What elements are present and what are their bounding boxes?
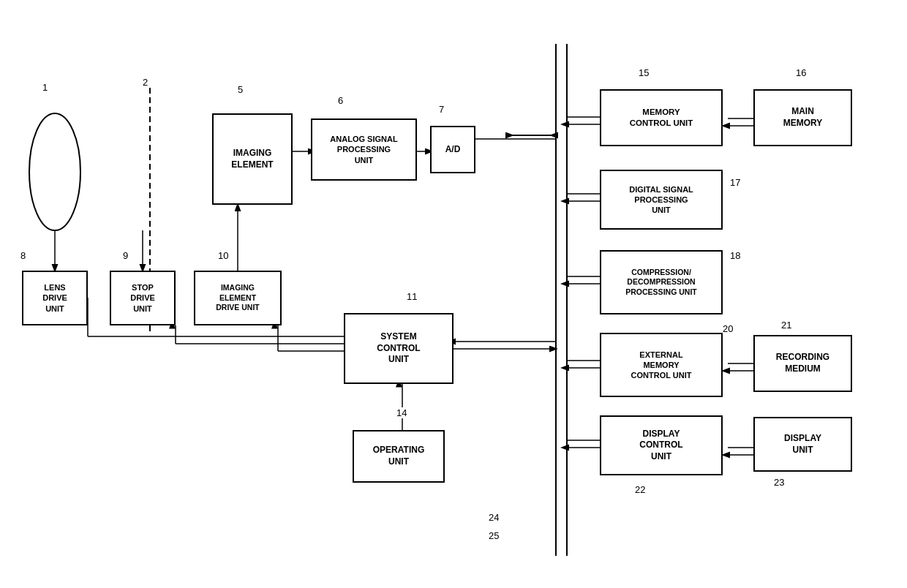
number-7: 7 bbox=[439, 104, 444, 115]
number-2: 2 bbox=[143, 77, 148, 88]
number-11: 11 bbox=[407, 291, 417, 302]
number-24: 24 bbox=[489, 512, 499, 523]
number-23: 23 bbox=[774, 477, 784, 488]
system-control-unit: SYSTEMCONTROLUNIT bbox=[344, 313, 454, 384]
compression-decompression: COMPRESSION/DECOMPRESSIONPROCESSING UNIT bbox=[600, 250, 723, 314]
recording-medium: RECORDINGMEDIUM bbox=[753, 335, 852, 392]
number-21: 21 bbox=[781, 320, 791, 331]
number-9: 9 bbox=[123, 250, 128, 261]
number-20: 20 bbox=[723, 323, 733, 334]
number-10: 10 bbox=[218, 250, 228, 261]
diagram: 1 2 5 6 7 8 9 10 11 14 15 16 17 18 20 21… bbox=[0, 0, 907, 588]
number-18: 18 bbox=[730, 250, 740, 261]
svg-point-0 bbox=[29, 113, 80, 230]
number-14: 14 bbox=[396, 407, 407, 418]
memory-control-unit: MEMORYCONTROL UNIT bbox=[600, 89, 723, 146]
main-memory: MAINMEMORY bbox=[753, 89, 852, 146]
external-memory-control-unit: EXTERNALMEMORYCONTROL UNIT bbox=[600, 333, 723, 397]
operating-unit: OPERATINGUNIT bbox=[353, 430, 445, 483]
number-6: 6 bbox=[338, 95, 343, 106]
analog-signal-processing-unit: ANALOG SIGNALPROCESSINGUNIT bbox=[311, 118, 417, 181]
stop-drive-unit: STOPDRIVEUNIT bbox=[110, 271, 176, 325]
number-22: 22 bbox=[635, 484, 645, 495]
number-5: 5 bbox=[238, 84, 243, 95]
number-15: 15 bbox=[639, 67, 649, 78]
display-control-unit: DISPLAYCONTROLUNIT bbox=[600, 415, 723, 475]
lens-drive-unit: LENSDRIVEUNIT bbox=[22, 271, 88, 325]
adc: A/D bbox=[430, 126, 475, 173]
digital-signal-processing-unit: DIGITAL SIGNALPROCESSINGUNIT bbox=[600, 170, 723, 230]
number-17: 17 bbox=[730, 177, 740, 188]
display-unit: DISPLAYUNIT bbox=[753, 417, 852, 472]
number-8: 8 bbox=[20, 250, 26, 261]
imaging-element-drive-unit: IMAGINGELEMENTDRIVE UNIT bbox=[194, 271, 282, 325]
number-25: 25 bbox=[489, 530, 499, 541]
number-1: 1 bbox=[42, 82, 48, 93]
imaging-element: IMAGINGELEMENT bbox=[212, 113, 293, 205]
number-16: 16 bbox=[796, 67, 806, 78]
